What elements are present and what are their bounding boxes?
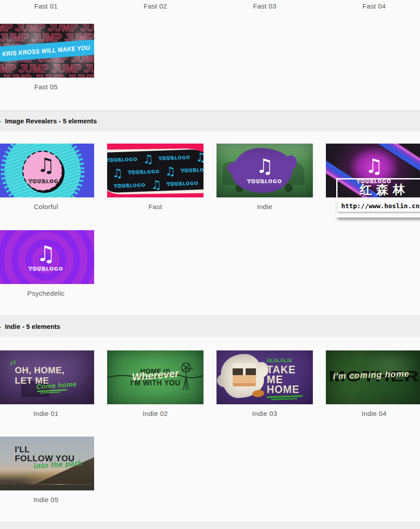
your-logo-text: YOURLOGO <box>167 181 199 187</box>
template-card-indie-04[interactable]: MOTHER I'm coming home Indie 04 <box>326 350 420 418</box>
template-gallery-page: Fast 01 Fast 02 Fast 03 Fast 04 JUMP JUM… <box>0 0 420 529</box>
thumbnail-indie-04: MOTHER I'm coming home <box>326 350 420 404</box>
template-card-colorful[interactable]: ♫ YOURLOGO Colorful <box>0 144 94 211</box>
thumbnail-indie-05: I'LL FOLLOW YOU into the park <box>0 437 94 490</box>
section-header-image-revealers[interactable]: - Image Revealers - 5 elements <box>0 110 420 131</box>
music-note-icon: ♫ <box>0 243 94 264</box>
lyric-text: I'LL <box>15 445 30 455</box>
template-card-indie-05[interactable]: I'LL FOLLOW YOU into the park Indie 05 <box>0 437 94 504</box>
your-logo-text: YOURLOGO <box>181 167 204 173</box>
section-title: Image Revealers - 5 elements <box>5 118 97 125</box>
card-label: Fast 02 <box>107 2 204 10</box>
thumbnail-psychedelic: ♫ YOURLOGO <box>0 230 94 284</box>
thumbnail-indie-03: la,la,la,la TAKE ME HOME <box>216 350 313 404</box>
thumbnail-indie-revealer: ♫ YOURLOGO <box>216 144 313 197</box>
template-card-indie-01[interactable]: OH, HOME, LET ME Come home Indie 01 <box>0 350 94 418</box>
template-card-fast-03[interactable]: Fast 03 <box>216 0 313 10</box>
card-label: Fast 03 <box>216 2 313 10</box>
template-card-psychedelic[interactable]: ♫ YOURLOGO Psychedelic <box>0 230 94 297</box>
your-logo-text: YOURLOGO <box>0 266 94 272</box>
card-label: Indie 04 <box>326 410 420 418</box>
music-note-icon: ♫ <box>326 156 420 176</box>
template-card-indie-revealer[interactable]: ♫ YOURLOGO Indie <box>216 144 313 211</box>
card-label: Fast 01 <box>0 2 94 10</box>
your-logo-text: YOURLOGO <box>128 169 160 175</box>
card-label: Fast <box>107 203 204 211</box>
thumbnail-indie-01: OH, HOME, LET ME Come home <box>0 350 94 404</box>
music-note-icon: ♫ <box>0 155 94 175</box>
thumbnail-fast-05: JUMP JUMP JUMP JUMP JUMP JUMP JUMP JUMP … <box>0 24 94 78</box>
thumbnail-colorful: ♫ YOURLOGO <box>0 144 94 197</box>
card-label: Indie <box>216 203 313 211</box>
template-card-fast-04[interactable]: Fast 04 <box>326 0 420 10</box>
card-label: Psychedelic <box>0 289 94 297</box>
torn-strip: ♫ YOURLOGO ♫ YOURLOGO ♫ YOURLOGO YOURLOG… <box>107 148 204 196</box>
card-label: Fast 04 <box>326 2 420 10</box>
card-label: Colorful <box>0 203 94 211</box>
card-label: Indie 03 <box>216 410 313 418</box>
card-label: Indie 05 <box>0 496 94 504</box>
music-note-icon: ♫ <box>143 153 153 165</box>
watermark-url: http://www.hoslin.cn/ <box>338 200 420 212</box>
your-logo-text: YOURLOGO <box>159 155 191 161</box>
watermark-overlay: 红森林 http://www.hoslin.cn/ <box>336 178 420 218</box>
music-note-icon: ♫ <box>112 167 123 179</box>
template-card-fast-05[interactable]: JUMP JUMP JUMP JUMP JUMP JUMP JUMP JUMP … <box>0 24 94 91</box>
collapse-icon[interactable]: - <box>0 323 1 330</box>
thumbnail-indie-02: HOME IS Wherever I'M WITH YOU <box>107 350 204 404</box>
card-label: Fast 05 <box>0 83 94 91</box>
section-header-indie[interactable]: - Indie - 5 elements <box>0 315 420 337</box>
thumbnail-fast-revealer: ♫ YOURLOGO ♫ YOURLOGO ♫ YOURLOGO YOURLOG… <box>107 144 204 197</box>
template-card-fast-01[interactable]: Fast 01 <box>0 0 94 10</box>
card-label: Indie 02 <box>107 410 204 418</box>
banner-text: KRIS KROSS WILL MAKE YOU <box>2 44 90 57</box>
vw-bus-graphic <box>233 363 256 386</box>
template-card-indie-03[interactable]: la,la,la,la TAKE ME HOME Indie 03 <box>216 350 313 418</box>
template-card-fast-02[interactable]: Fast 02 <box>107 0 204 10</box>
your-logo-text: YOURLOGO <box>107 157 138 162</box>
music-note-icon: ♫ <box>165 165 176 177</box>
your-logo-text: YOURLOGO <box>114 183 146 188</box>
template-card-indie-02[interactable]: HOME IS Wherever I'M WITH YOU Indie 02 <box>107 350 204 418</box>
music-note-icon: ♫ <box>195 151 204 163</box>
card-label: Indie 01 <box>0 410 94 418</box>
section-title: Indie - 5 elements <box>5 323 60 330</box>
template-card-fast-revealer[interactable]: ♫ YOURLOGO ♫ YOURLOGO ♫ YOURLOGO YOURLOG… <box>107 144 204 211</box>
collapse-icon[interactable]: - <box>0 117 1 125</box>
section-header-next-partial[interactable] <box>0 522 420 529</box>
music-note-icon: ♫ <box>151 179 161 191</box>
watermark-name: 红森林 <box>338 179 420 200</box>
your-logo-text: YOURLOGO <box>0 179 94 184</box>
